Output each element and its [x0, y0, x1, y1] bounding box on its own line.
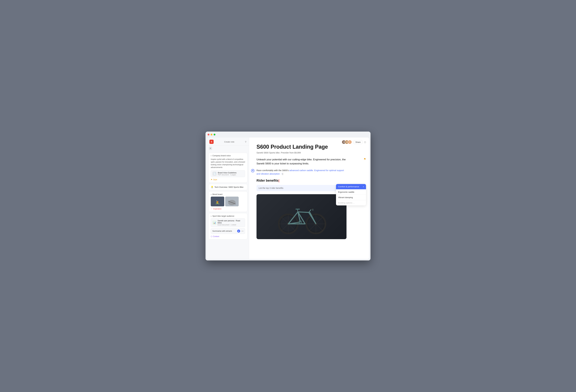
extract-row: Summarise with extracts ▶ ••• — [211, 228, 245, 234]
window-maximize-dot[interactable] — [214, 134, 215, 135]
dropdown-arrow-icon: » — [363, 186, 364, 188]
svg-marker-19 — [288, 212, 305, 224]
file-meta: PDF document · 3 pages — [218, 174, 236, 176]
mood-img-parts-svg — [225, 197, 239, 206]
mood-images: 🚴 — [211, 197, 245, 206]
mood-img-bike-svg: 🚴 — [211, 197, 224, 206]
brand-voice-file[interactable]: 📄 Brand Voice Guidelines PDF document · … — [211, 170, 245, 177]
style-tag[interactable]: ⚑ Style — [211, 179, 245, 181]
sidebar-header: S Create note ⚲ — [207, 138, 249, 146]
bike-illustration — [265, 199, 338, 235]
bike-image: 💬 — [257, 194, 346, 239]
brand-voice-label: Company brand voice — [212, 155, 231, 157]
mood-board-label: Mood board — [212, 193, 223, 195]
chevron-down-icon[interactable]: ▾ — [211, 155, 211, 157]
search-icon[interactable]: ⚲ — [245, 141, 246, 143]
sidebar-item-brand-voice: ▾ Company brand voice Inspire cyclist wi… — [208, 153, 247, 183]
window-minimize-dot[interactable] — [211, 134, 212, 135]
svg-text:🚴: 🚴 — [215, 200, 220, 205]
rider-input-placeholder: List the top 3 rider benefits — [259, 187, 336, 189]
svg-line-22 — [298, 212, 310, 212]
flag-icon: ⚑ — [211, 179, 212, 181]
heart-icon: ♡ — [211, 208, 212, 210]
extract-label: Summarise with extracts — [212, 230, 236, 232]
extract-more-button[interactable]: ••• — [241, 230, 243, 232]
page-subtitle: Sanetti S600 Sports bike. Preorder from … — [257, 152, 362, 154]
lightbulb-icon: 💡 — [211, 186, 213, 188]
brand-voice-text: Inspire cyclist with a blend of competit… — [211, 158, 245, 169]
add-section-button[interactable]: + — [209, 147, 212, 150]
window-close-dot[interactable] — [208, 134, 209, 135]
create-note-button[interactable]: Create note — [224, 141, 234, 143]
dropdown-item-vibrant[interactable]: Vibrant damping — [336, 195, 366, 200]
mood-image-1: 🚴 — [211, 197, 224, 206]
saddle-paragraph: ⊕ Race comfortably with the S600's advan… — [257, 169, 346, 176]
file-name: Brand Voice Guidelines — [218, 172, 236, 174]
target-audience-label: Sport bike target audience — [212, 215, 234, 217]
saddle-arrow: → — [280, 173, 283, 175]
persona-file-name: Sanetti user persona - Road bikes — [218, 220, 243, 224]
dropdown-active-label: Comfort & performance — [338, 185, 359, 188]
intro-block: Unleash your potential with our cutting-… — [257, 157, 362, 166]
topbar: A B C Share ⊡ — [342, 140, 366, 144]
chevron-down-icon-2[interactable]: ▾ — [211, 194, 211, 195]
sidebar-content: ▾ Company brand voice Inspire cyclist wi… — [207, 151, 249, 259]
sidebar-item-target-audience: ▾ Sport bike target audience 📊 Sanetti u… — [208, 213, 247, 239]
dropdown-item-ergonomic[interactable]: Ergonomic saddle — [336, 189, 366, 195]
tech-overview-label: Tech Overview: S600 Sports Bike — [214, 186, 243, 188]
svg-rect-30 — [295, 209, 300, 209]
persona-file-meta: Excel document · 1 sheet — [218, 224, 243, 226]
avatar-3: C — [348, 140, 352, 144]
inspiration-tag[interactable]: ♡ Inspiration — [211, 208, 245, 210]
dropdown-popup: Comfort & performance » Ergonomic saddle… — [336, 184, 366, 206]
pin-icon[interactable]: ⚑ — [364, 157, 366, 161]
extract-play-button[interactable]: ▶ — [237, 230, 240, 233]
context-tag[interactable]: ⬡ Context — [211, 235, 245, 237]
persona-file[interactable]: 📊 Sanetti user persona - Road bikes Exce… — [211, 218, 245, 227]
dropdown-active-item[interactable]: Comfort & performance » — [336, 184, 366, 189]
sidebar: S Create note ⚲ + ▾ Company brand voice … — [207, 138, 249, 259]
page-title: S600 Product Landing Page — [257, 144, 362, 150]
app-logo: S — [209, 140, 214, 144]
layout-icon[interactable]: ⊡ — [364, 141, 366, 144]
sidebar-item-mood-board: ▾ Mood board 🚴 — [208, 191, 247, 212]
sidebar-item-tech-overview[interactable]: 💡 Tech Overview: S600 Sports Bike — [208, 184, 247, 190]
dropdown-item-building: Building options ... — [336, 200, 366, 206]
chevron-down-icon-3[interactable]: ▾ — [211, 215, 211, 217]
saddle-text-before: Race comfortably with the S600's — [257, 169, 289, 172]
pdf-icon: 📄 — [212, 172, 217, 176]
main-content: A B C Share ⊡ S600 Product Landing Page … — [249, 138, 369, 259]
avatar-group: A B C — [342, 140, 352, 144]
excel-icon: 📊 — [212, 221, 216, 225]
info-icon[interactable]: ⊕ — [251, 169, 254, 172]
rider-benefits-heading: Rider benefits| — [257, 179, 362, 183]
svg-line-27 — [311, 209, 313, 209]
rider-input-block: List the top 3 rider benefits ▶ ••• — [257, 185, 346, 191]
intro-text: Unleash your potential with our cutting-… — [257, 157, 346, 166]
mood-image-2 — [225, 197, 239, 206]
hexagon-icon: ⬡ — [211, 235, 212, 237]
share-button[interactable]: Share — [353, 140, 363, 144]
